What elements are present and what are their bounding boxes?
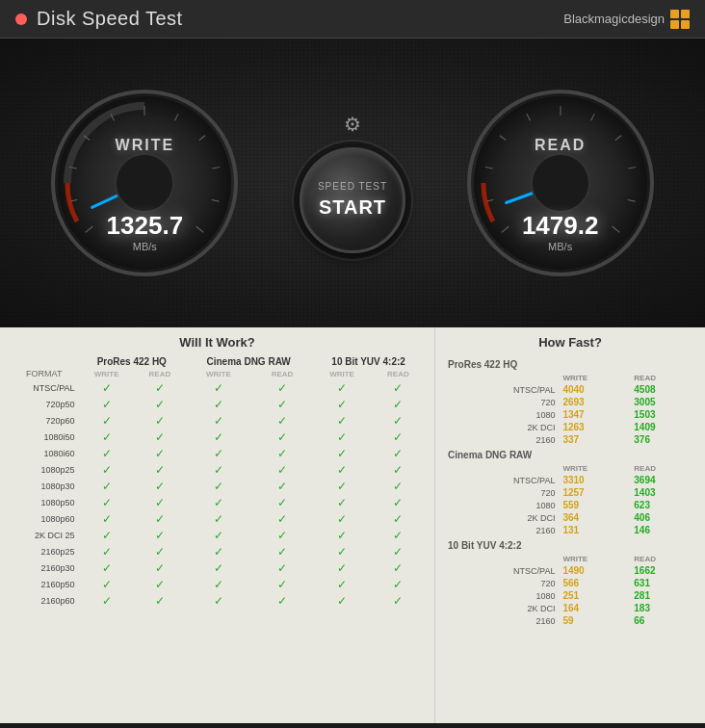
- work-row-label: NTSC/PAL: [10, 379, 79, 396]
- check-icon: ✓: [214, 447, 223, 460]
- write-col-header: WRITE: [562, 464, 588, 473]
- read-value: 3005: [634, 397, 655, 407]
- work-table-row: 1080i50✓✓✓✓✓✓: [10, 429, 425, 445]
- check-icon: ✓: [102, 414, 112, 428]
- check-icon: ✓: [337, 578, 347, 591]
- read-gauge-label: READ: [535, 137, 586, 154]
- start-button-top: SPEED TEST: [318, 180, 387, 194]
- format-col-header: [10, 355, 79, 368]
- check-icon: ✓: [214, 561, 223, 575]
- check-icon: ✓: [102, 463, 112, 477]
- app-title: Disk Speed Test: [37, 8, 183, 30]
- check-icon: ✓: [214, 578, 223, 591]
- sub-header-row: WRITEREAD: [445, 371, 695, 383]
- check-icon: ✓: [393, 398, 403, 411]
- sub-header-row: WRITEREAD: [445, 461, 695, 474]
- fast-row-label: 2K DCI: [445, 511, 560, 524]
- read-gauge-unit: MB/s: [522, 241, 599, 252]
- codec-name: ProRes 422 HQ: [448, 357, 517, 372]
- fast-row-label: NTSC/PAL: [445, 383, 560, 396]
- read-value: 1403: [634, 487, 655, 498]
- write-value: 59: [562, 615, 573, 626]
- fast-table-row: 2160337376: [445, 433, 695, 446]
- check-icon: ✓: [277, 381, 287, 395]
- check-icon: ✓: [102, 529, 112, 542]
- write-gauge-label: WRITE: [116, 137, 175, 154]
- fast-row-label: 720: [445, 396, 560, 408]
- check-icon: ✓: [277, 430, 287, 444]
- check-icon: ✓: [102, 381, 112, 395]
- check-icon: ✓: [337, 496, 347, 509]
- fast-table-row: 1080559623: [445, 499, 695, 511]
- fast-row-label: NTSC/PAL: [445, 474, 560, 486]
- fast-row-label: 2160: [445, 524, 560, 536]
- start-button-main: START: [319, 194, 386, 221]
- work-row-label: 1080p25: [10, 461, 79, 478]
- work-table-row: 2160p30✓✓✓✓✓✓: [10, 559, 425, 576]
- fast-table-row: 2K DCI164183: [445, 602, 695, 614]
- fast-table-row: 1080251281: [445, 589, 695, 602]
- cdng-write-header: WRITE: [185, 368, 252, 379]
- results-section: Will It Work? ProRes 422 HQ Cinema DNG R…: [0, 327, 705, 723]
- write-gauge: WRITE 1325.7 MB/s: [48, 87, 241, 279]
- write-value: 559: [562, 500, 579, 510]
- write-value: 3310: [562, 475, 584, 485]
- center-controls: ⚙ SPEED TEST START: [300, 113, 405, 253]
- how-fast-panel: How Fast? ProRes 422 HQWRITEREADNTSC/PAL…: [435, 327, 705, 723]
- check-icon: ✓: [155, 561, 165, 575]
- codec-header-row: Cinema DNG RAW: [445, 446, 695, 461]
- check-icon: ✓: [277, 398, 287, 411]
- write-value: 566: [562, 578, 579, 588]
- check-icon: ✓: [214, 512, 223, 526]
- work-row-label: 2160p60: [10, 592, 79, 609]
- write-value: 337: [562, 434, 579, 445]
- fast-row-label: 720: [445, 577, 560, 589]
- check-icon: ✓: [277, 512, 287, 526]
- work-row-label: 1080p50: [10, 494, 79, 510]
- how-fast-title: How Fast?: [445, 335, 695, 350]
- sub-header-empty: [445, 371, 560, 383]
- check-icon: ✓: [337, 414, 347, 428]
- write-value: 1257: [562, 487, 584, 498]
- check-icon: ✓: [102, 430, 112, 444]
- check-icon: ✓: [393, 545, 403, 559]
- will-it-work-panel: Will It Work? ProRes 422 HQ Cinema DNG R…: [0, 327, 435, 723]
- write-col-header: WRITE: [562, 374, 588, 382]
- fast-table-row: 72012571403: [445, 486, 695, 499]
- title-bar: Disk Speed Test Blackmagicdesign: [0, 0, 705, 39]
- check-icon: ✓: [214, 430, 223, 444]
- check-icon: ✓: [155, 381, 165, 395]
- read-gauge-value: 1479.2: [522, 211, 599, 241]
- check-icon: ✓: [102, 545, 112, 559]
- prores-write-header: WRITE: [79, 368, 135, 379]
- codec-header-row: ProRes 422 HQ: [445, 355, 695, 371]
- work-table-row: 1080p30✓✓✓✓✓✓: [10, 478, 425, 494]
- svg-point-15: [116, 154, 173, 212]
- check-icon: ✓: [214, 594, 223, 608]
- check-icon: ✓: [277, 594, 287, 608]
- check-icon: ✓: [155, 447, 165, 460]
- write-value: 364: [562, 512, 579, 523]
- check-icon: ✓: [102, 578, 112, 591]
- write-value: 164: [562, 603, 579, 613]
- check-icon: ✓: [337, 594, 347, 608]
- work-table-row: 1080p25✓✓✓✓✓✓: [10, 461, 425, 478]
- check-icon: ✓: [155, 545, 165, 559]
- check-icon: ✓: [155, 398, 165, 411]
- start-button[interactable]: SPEED TEST START: [300, 147, 405, 253]
- check-icon: ✓: [337, 529, 347, 542]
- check-icon: ✓: [393, 430, 403, 444]
- check-icon: ✓: [277, 463, 287, 477]
- work-table-row: 1080p60✓✓✓✓✓✓: [10, 510, 425, 527]
- write-value: 1347: [562, 409, 584, 420]
- work-table-row: 2K DCI 25✓✓✓✓✓✓: [10, 527, 425, 543]
- settings-icon[interactable]: ⚙: [344, 113, 361, 136]
- fast-row-label: 1080: [445, 589, 560, 602]
- close-button[interactable]: [15, 13, 27, 25]
- work-table-row: NTSC/PAL✓✓✓✓✓✓: [10, 379, 425, 396]
- check-icon: ✓: [393, 529, 403, 542]
- cdng-header: Cinema DNG RAW: [185, 355, 312, 368]
- fast-table-row: NTSC/PAL33103694: [445, 474, 695, 486]
- check-icon: ✓: [155, 578, 165, 591]
- will-it-work-table: ProRes 422 HQ Cinema DNG RAW 10 Bit YUV …: [10, 355, 425, 609]
